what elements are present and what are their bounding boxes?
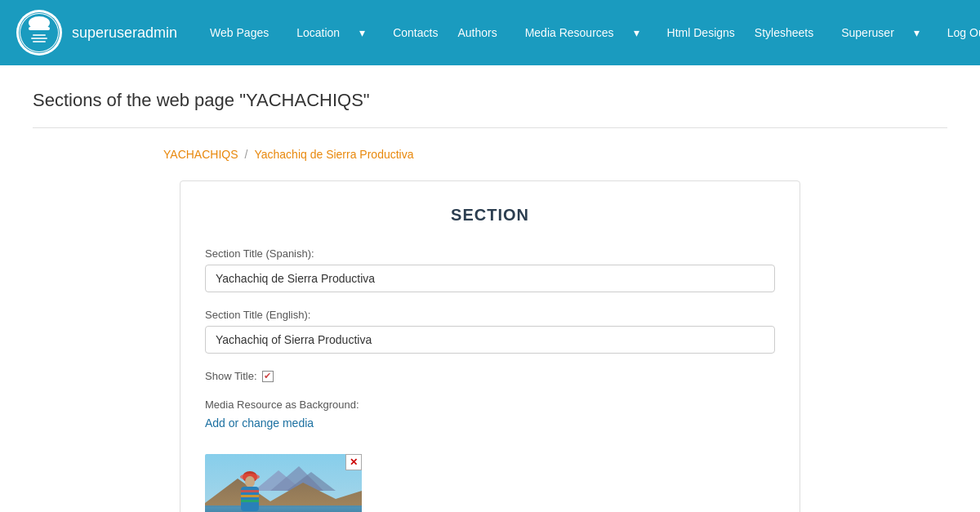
nav-link-location[interactable]: Location ▾ xyxy=(280,16,381,49)
media-preview-image xyxy=(205,454,362,512)
nav-link-webpages[interactable]: Web Pages xyxy=(202,21,277,44)
nav-menu: Web Pages Location ▾ Contacts Authors Me… xyxy=(202,16,980,49)
spanish-title-label: Section Title (Spanish): xyxy=(205,247,775,260)
nav-link-stylesheets[interactable]: Stylesheets xyxy=(746,21,822,44)
svg-rect-20 xyxy=(241,495,259,497)
svg-rect-7 xyxy=(33,41,46,42)
breadcrumb-separator: / xyxy=(245,148,248,161)
divider xyxy=(33,127,947,128)
superuser-dropdown-arrow: ▾ xyxy=(906,21,928,44)
nav-item-contacts[interactable]: Contacts xyxy=(385,21,446,44)
add-media-link[interactable]: Add or change media xyxy=(205,416,314,430)
nav-item-htmldesigns[interactable]: Html Designs xyxy=(659,21,743,44)
nav-item-stylesheets[interactable]: Stylesheets xyxy=(746,21,822,44)
svg-point-17 xyxy=(245,476,255,488)
breadcrumb-current[interactable]: Yachachiq de Sierra Productiva xyxy=(254,148,413,161)
english-title-label: Section Title (English): xyxy=(205,309,775,321)
show-title-label: Show Title: xyxy=(205,370,257,382)
media-resource-label: Media Resource as Background: xyxy=(205,398,775,411)
svg-rect-21 xyxy=(241,500,259,502)
spanish-title-group: Section Title (Spanish): xyxy=(205,247,775,292)
nav-link-contacts[interactable]: Contacts xyxy=(385,21,446,44)
english-title-input[interactable] xyxy=(205,326,775,354)
breadcrumb-parent[interactable]: YACHACHIQS xyxy=(163,148,238,161)
nav-link-logout[interactable]: Log Out xyxy=(939,21,980,44)
logo-svg xyxy=(18,11,60,54)
show-title-checkbox[interactable]: ✔ xyxy=(262,371,274,382)
media-resource-section: Media Resource as Background: Add or cha… xyxy=(205,398,775,441)
nav-item-media[interactable]: Media Resources ▾ xyxy=(509,16,656,49)
nav-link-htmldesigns[interactable]: Html Designs xyxy=(659,21,743,44)
svg-rect-13 xyxy=(205,505,362,512)
show-title-row: Show Title: ✔ xyxy=(205,370,775,382)
image-preview-container: ✕ xyxy=(205,454,362,512)
logo xyxy=(16,10,62,56)
media-dropdown-arrow: ▾ xyxy=(626,21,648,44)
remove-media-button[interactable]: ✕ xyxy=(345,454,362,470)
form-card: SECTION Section Title (Spanish): Section… xyxy=(180,180,800,512)
brand-name: superuseradmin xyxy=(72,24,177,42)
page-header: Sections of the web page "YACHACHIQS" xyxy=(33,90,947,111)
english-title-group: Section Title (English): xyxy=(205,309,775,354)
nav-item-superuser[interactable]: Superuser ▾ xyxy=(825,16,936,49)
brand: superuseradmin xyxy=(16,10,177,56)
nav-item-location[interactable]: Location ▾ xyxy=(280,16,381,49)
page-content: Sections of the web page "YACHACHIQS" YA… xyxy=(0,65,980,512)
breadcrumb: YACHACHIQS / Yachachiq de Sierra Product… xyxy=(33,148,947,161)
nav-link-media[interactable]: Media Resources ▾ xyxy=(509,16,656,49)
section-heading: SECTION xyxy=(205,206,775,225)
svg-rect-6 xyxy=(31,38,47,39)
nav-item-webpages[interactable]: Web Pages xyxy=(202,21,277,44)
nav-link-authors[interactable]: Authors xyxy=(449,21,505,44)
nav-item-logout[interactable]: Log Out xyxy=(939,21,980,44)
svg-rect-4 xyxy=(29,27,50,30)
svg-rect-19 xyxy=(241,490,259,492)
nav-link-superuser[interactable]: Superuser ▾ xyxy=(825,16,936,49)
spanish-title-input[interactable] xyxy=(205,265,775,292)
page-title: Sections of the web page "YACHACHIQS" xyxy=(33,90,947,111)
navbar: superuseradmin Web Pages Location ▾ Cont… xyxy=(0,0,980,65)
nav-item-authors[interactable]: Authors xyxy=(449,21,505,44)
svg-rect-5 xyxy=(33,34,46,36)
location-dropdown-arrow: ▾ xyxy=(351,21,373,44)
